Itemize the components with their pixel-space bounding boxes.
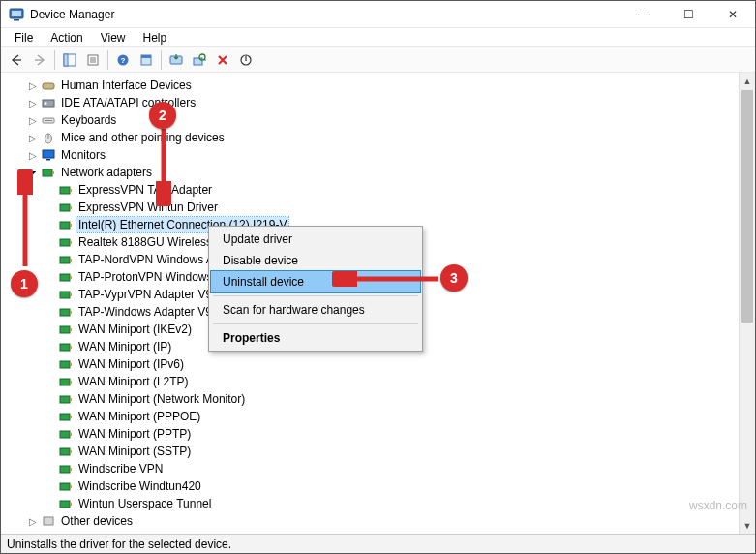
svg-rect-54: [70, 398, 72, 401]
maximize-button[interactable]: ☐: [666, 1, 711, 27]
svg-rect-40: [70, 276, 72, 279]
context-uninstall-device[interactable]: Uninstall device: [211, 271, 420, 292]
device-label: ExpressVPN TAP Adapter: [76, 182, 214, 198]
disable-toolbar-button[interactable]: [235, 49, 257, 71]
watermark: wsxdn.com: [689, 499, 747, 512]
svg-rect-34: [70, 224, 72, 227]
network-device-item[interactable]: ExpressVPN Wintun Driver: [3, 199, 739, 216]
chevron-right-icon[interactable]: ▷: [26, 78, 40, 92]
annotation-badge-2: 2: [149, 102, 176, 129]
network-adapter-icon: [58, 217, 74, 232]
scroll-down-button[interactable]: ▼: [740, 517, 755, 534]
network-device-item[interactable]: ExpressVPN TAP Adapter: [3, 181, 739, 199]
network-adapter-icon: [58, 374, 74, 389]
network-adapter-icon: [58, 234, 74, 250]
mouse-icon: [41, 130, 56, 145]
network-adapter-icon: [58, 461, 74, 477]
chevron-right-icon[interactable]: ▷: [26, 113, 40, 127]
category-ide[interactable]: ▷ IDE ATA/ATAPI controllers: [3, 94, 739, 111]
svg-rect-12: [141, 55, 151, 58]
network-device-item[interactable]: WAN Miniport (Network Monitor): [3, 390, 739, 408]
menu-view[interactable]: View: [93, 29, 134, 46]
chevron-right-icon[interactable]: ▷: [26, 148, 40, 162]
network-adapter-icon: [58, 252, 74, 267]
svg-rect-42: [70, 293, 72, 296]
network-adapter-icon: [58, 304, 74, 320]
network-device-item[interactable]: WAN Miniport (IPv6): [3, 355, 739, 373]
svg-rect-59: [60, 448, 70, 455]
svg-rect-60: [70, 450, 72, 453]
network-device-item[interactable]: WAN Miniport (PPPOE): [3, 408, 739, 425]
network-adapter-icon: [58, 444, 74, 459]
network-device-item[interactable]: Windscribe VPN: [3, 460, 739, 477]
close-button[interactable]: ✕: [711, 1, 755, 27]
svg-rect-47: [60, 344, 70, 351]
scroll-up-button[interactable]: ▲: [740, 73, 755, 89]
device-label: WAN Miniport (PPTP): [76, 426, 193, 442]
properties-toolbar-button[interactable]: [82, 49, 104, 71]
chevron-right-icon[interactable]: ▷: [26, 514, 40, 528]
network-adapter-icon: [58, 391, 74, 407]
device-label: Wintun Userspace Tunnel: [76, 496, 213, 511]
vertical-scrollbar[interactable]: ▲ ▼: [739, 73, 755, 534]
svg-rect-65: [60, 501, 70, 508]
back-button[interactable]: [6, 49, 27, 71]
uninstall-toolbar-button[interactable]: [212, 49, 233, 71]
chevron-right-icon[interactable]: ▷: [26, 131, 40, 144]
svg-rect-62: [70, 468, 72, 471]
update-driver-toolbar-button[interactable]: [166, 49, 187, 71]
svg-rect-66: [70, 503, 72, 506]
category-monitors[interactable]: ▷ Monitors: [3, 146, 739, 164]
svg-rect-29: [60, 187, 70, 194]
svg-rect-39: [60, 274, 70, 281]
svg-rect-45: [60, 326, 70, 333]
svg-rect-27: [43, 169, 52, 176]
category-mice[interactable]: ▷ Mice and other pointing devices: [3, 129, 739, 146]
network-adapter-icon: [58, 339, 74, 354]
menu-help[interactable]: Help: [136, 29, 175, 46]
network-adapter-icon: [58, 287, 74, 302]
network-device-item[interactable]: WAN Miniport (PPTP): [3, 425, 739, 443]
device-label: WAN Miniport (IKEv2): [76, 322, 194, 337]
statusbar: Uninstalls the driver for the selected d…: [1, 535, 755, 553]
svg-rect-56: [70, 416, 72, 418]
forward-button[interactable]: [29, 49, 50, 71]
chevron-right-icon[interactable]: ▷: [26, 96, 40, 109]
show-hide-tree-button[interactable]: [59, 49, 80, 71]
context-disable-device[interactable]: Disable device: [211, 250, 420, 271]
menu-file[interactable]: File: [7, 29, 41, 46]
client-area: ▷ Human Interface Devices ▷ IDE ATA/ATAP…: [1, 73, 755, 535]
svg-rect-64: [70, 485, 72, 488]
device-label: WAN Miniport (IPv6): [76, 356, 186, 372]
svg-rect-26: [46, 159, 50, 161]
minimize-button[interactable]: —: [621, 1, 666, 27]
chevron-down-icon[interactable]: ⏷: [26, 166, 40, 179]
scan-hardware-toolbar-button[interactable]: [189, 49, 210, 71]
svg-rect-33: [60, 222, 70, 229]
device-label: WAN Miniport (SSTP): [76, 444, 193, 459]
help-toolbar-button[interactable]: ?: [112, 49, 134, 71]
context-update-driver[interactable]: Update driver: [211, 229, 420, 250]
app-icon: [9, 7, 24, 22]
svg-rect-28: [52, 171, 54, 174]
svg-point-20: [45, 102, 47, 105]
network-adapter-icon: [58, 182, 74, 198]
device-label: TAP-VyprVPN Adapter V9: [76, 287, 214, 302]
device-label: Windscribe Windtun420: [76, 478, 203, 494]
toolbar-button-2[interactable]: [136, 49, 157, 71]
scroll-thumb[interactable]: [741, 90, 753, 323]
svg-rect-52: [70, 381, 72, 384]
network-device-item[interactable]: WAN Miniport (SSTP): [3, 443, 739, 460]
monitor-icon: [41, 147, 56, 163]
context-properties[interactable]: Properties: [211, 327, 420, 349]
svg-rect-4: [64, 54, 68, 66]
category-keyboards[interactable]: ▷ Keyboards: [3, 111, 739, 129]
network-device-item[interactable]: Windscribe Windtun420: [3, 477, 739, 495]
context-scan-hardware[interactable]: Scan for hardware changes: [211, 299, 420, 321]
category-hid[interactable]: ▷ Human Interface Devices: [3, 77, 739, 94]
menu-action[interactable]: Action: [43, 29, 90, 46]
category-other-devices[interactable]: ▷ Other devices: [3, 512, 739, 530]
network-device-item[interactable]: Wintun Userspace Tunnel: [3, 495, 739, 512]
category-network-adapters[interactable]: ⏷ Network adapters: [3, 164, 739, 181]
network-device-item[interactable]: WAN Miniport (L2TP): [3, 373, 739, 390]
